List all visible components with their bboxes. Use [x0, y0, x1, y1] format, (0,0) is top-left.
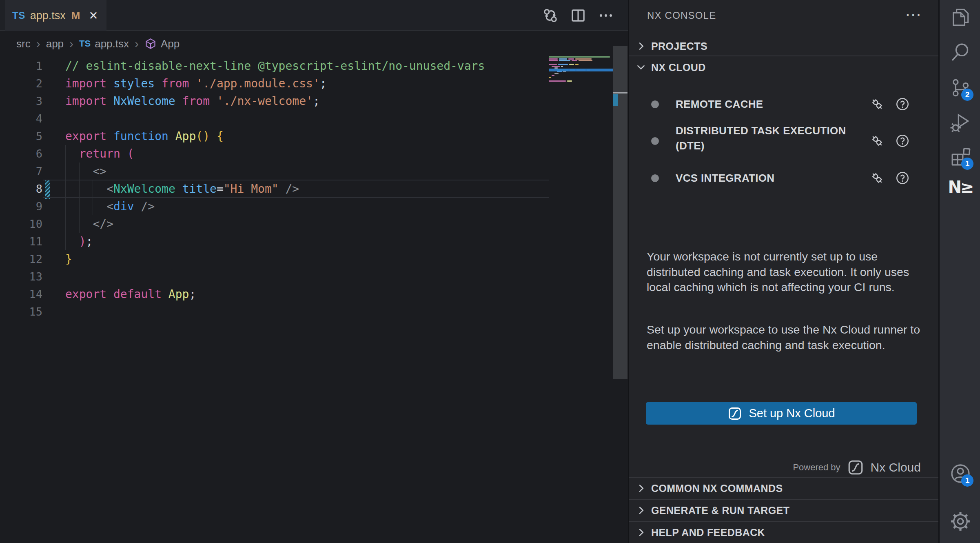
nx-cloud-brand: Nx Cloud — [871, 461, 921, 474]
activity-item-search[interactable] — [940, 35, 980, 69]
divider — [629, 56, 938, 56]
code-editor[interactable]: 1// eslint-disable-next-line @typescript… — [0, 57, 628, 543]
activity-item-source-control[interactable]: 2 — [940, 71, 980, 105]
section-common-nx-commands[interactable]: COMMON NX COMMANDS — [629, 477, 938, 499]
symbol-class-icon — [144, 38, 157, 50]
status-bullet-icon — [651, 137, 659, 145]
chevron-down-icon — [635, 61, 647, 73]
line-number: 8 — [0, 180, 42, 198]
nx-console-panel: NX CONSOLE ⋯ PROJECTS NX CLOUD REMOTE CA… — [629, 0, 938, 543]
activity-item-run-and-debug[interactable] — [940, 105, 980, 140]
panel-bottom-sections: COMMON NX COMMANDSGENERATE & RUN TARGETH… — [629, 477, 938, 543]
code-text: import styles from './app.module.css'; — [65, 75, 327, 92]
breadcrumb: src›app›TSapp.tsx›App — [0, 32, 612, 56]
code-line: 13 — [0, 268, 549, 285]
minimap-line — [549, 78, 613, 80]
section-projects[interactable]: PROJECTS — [629, 37, 938, 56]
minimap-line — [549, 82, 613, 83]
vscode-window: TS app.tsx M × src›app›TSapp.tsx›App 1//… — [0, 0, 980, 543]
more-actions-icon[interactable]: ⋯ — [905, 5, 921, 24]
activity-item-nx-console[interactable]: N≥ — [940, 170, 980, 204]
section-label: PROJECTS — [651, 40, 707, 52]
help-icon[interactable] — [895, 134, 910, 148]
tab-app-tsx[interactable]: TS app.tsx M × — [5, 0, 106, 31]
nx-cloud-item: REMOTE CACHE — [629, 95, 938, 113]
activity-item-account[interactable]: 1 — [940, 456, 980, 491]
line-number: 14 — [0, 285, 42, 303]
minimap-line — [554, 73, 613, 74]
help-icon[interactable] — [895, 171, 910, 185]
breadcrumb-separator: › — [135, 38, 139, 50]
nx-cloud-item: VCS INTEGRATION — [629, 169, 938, 187]
ts-icon: TS — [79, 38, 91, 49]
code-text: } — [65, 250, 72, 268]
activity-item-explorer[interactable] — [940, 0, 980, 34]
code-line: 11 ); — [0, 233, 549, 250]
code-line: 10 </> — [0, 215, 549, 233]
line-number: 10 — [0, 215, 42, 233]
code-line: 15 — [0, 303, 549, 320]
code-text: </> — [65, 215, 113, 233]
editor-actions — [541, 5, 615, 26]
line-number: 1 — [0, 57, 42, 75]
help-icon[interactable] — [895, 97, 910, 111]
line-number: 5 — [0, 127, 42, 145]
breadcrumb-label: src — [16, 38, 31, 50]
editor-region: TS app.tsx M × src›app›TSapp.tsx›App 1//… — [0, 0, 628, 543]
split-editor-icon[interactable] — [569, 5, 588, 26]
line-number: 6 — [0, 145, 42, 162]
connect-icon[interactable] — [870, 171, 885, 185]
breadcrumb-item-app[interactable]: app — [46, 38, 64, 50]
status-bullet-icon — [651, 100, 659, 108]
breadcrumb-label: app — [46, 38, 64, 50]
breadcrumb-item-app-tsx[interactable]: TSapp.tsx — [79, 38, 129, 50]
nx-item-actions — [870, 171, 910, 185]
line-number: 4 — [0, 110, 42, 127]
code-line: 5export function App() { — [0, 127, 549, 145]
close-icon[interactable]: × — [89, 8, 98, 23]
code-line: 1// eslint-disable-next-line @typescript… — [0, 57, 549, 75]
activity-bar: 21N≥1 — [939, 0, 980, 543]
section-help-and-feedback[interactable]: HELP AND FEEDBACK — [629, 521, 938, 543]
connect-icon[interactable] — [870, 97, 885, 111]
chevron-right-icon — [635, 40, 647, 52]
code-line: 7 <> — [0, 162, 549, 180]
activity-item-settings[interactable] — [940, 504, 980, 539]
section-generate-run-target[interactable]: GENERATE & RUN TARGET — [629, 499, 938, 521]
breadcrumb-item-src[interactable]: src — [16, 38, 31, 50]
code-line: 2import styles from './app.module.css'; — [0, 75, 549, 92]
code-line: 3import NxWelcome from './nx-welcome'; — [0, 92, 549, 110]
breadcrumb-item-app[interactable]: App — [144, 38, 180, 50]
code-text: import NxWelcome from './nx-welcome'; — [65, 92, 320, 110]
minimap[interactable] — [549, 56, 613, 105]
code-line: 4 — [0, 110, 549, 127]
nx-item-actions — [870, 97, 910, 111]
code-text: return ( — [65, 145, 134, 162]
activity-item-extensions[interactable]: 1 — [940, 140, 980, 174]
minimap-line — [549, 58, 613, 60]
nx-logo-icon: N≥ — [948, 178, 973, 196]
minimap-line — [552, 75, 613, 76]
nx-cloud-item-label: VCS INTEGRATION — [676, 171, 847, 186]
open-changes-icon[interactable] — [541, 5, 560, 26]
overview-cursor-marker — [613, 92, 627, 93]
nx-cloud-item: DISTRIBUTED TASK EXECUTION (DTE) — [629, 123, 938, 158]
badge: 2 — [961, 89, 973, 101]
git-modified-badge: M — [71, 9, 80, 22]
setup-hint-text: Set up your workspace to use the Nx Clou… — [647, 322, 921, 353]
section-nx-cloud[interactable]: NX CLOUD — [629, 57, 938, 78]
code-text: <> — [65, 162, 106, 180]
line-number: 9 — [0, 198, 42, 215]
chevron-right-icon — [635, 504, 647, 516]
status-bullet-icon — [651, 174, 659, 182]
panel-title: NX CONSOLE — [647, 10, 716, 21]
section-label: GENERATE & RUN TARGET — [651, 505, 789, 516]
code-line: 14export default App; — [0, 285, 549, 303]
editor-scrollbar[interactable] — [613, 0, 627, 543]
line-number: 3 — [0, 92, 42, 110]
code-line: 12} — [0, 250, 549, 268]
connect-icon[interactable] — [870, 134, 885, 148]
setup-nx-cloud-button[interactable]: Set up Nx Cloud — [646, 402, 917, 425]
chevron-right-icon — [635, 482, 647, 494]
chevron-right-icon — [635, 526, 647, 539]
